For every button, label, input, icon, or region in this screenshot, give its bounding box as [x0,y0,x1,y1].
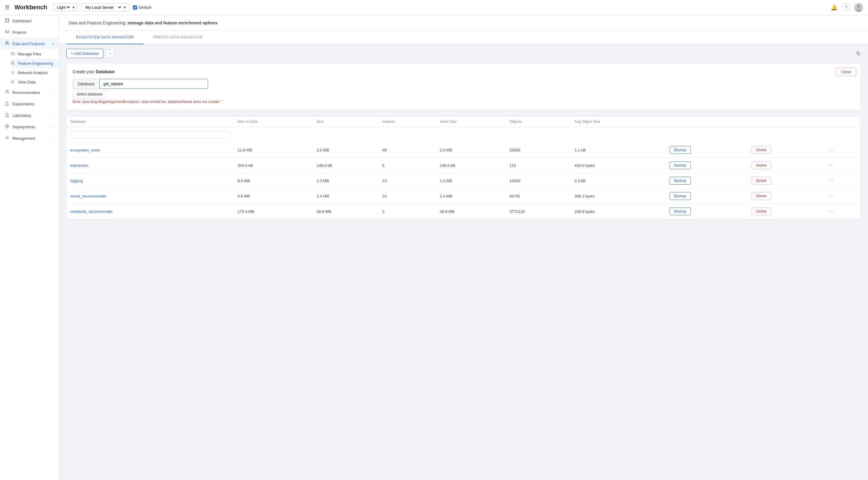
db-link-notebook_recommender[interactable]: notebook_recommender [70,209,113,214]
avatar[interactable] [854,3,863,12]
delete-button[interactable]: Delete [752,162,771,169]
sidebar-item-data-features[interactable]: Data and Features ▾ [0,38,59,49]
db-link-ecosystem_meta[interactable]: ecosystem_meta [70,148,100,152]
backup-button[interactable]: Backup [670,177,691,184]
svg-point-15 [7,115,8,116]
theme-select-input[interactable]: Light Dark [56,5,71,10]
database-name-input[interactable] [99,79,208,89]
delete-button[interactable]: Delete [752,146,771,154]
backup-button[interactable]: Backup [670,146,691,154]
tab-presto[interactable]: PRESTO DATA NAVIGATOR [144,31,213,44]
svg-point-16 [6,137,8,139]
cell-delete-action: Delete [748,158,825,173]
main-content: Data and Feature Engineering: manage dat… [59,15,868,480]
svg-point-13 [12,81,13,82]
cell-delete-action: Delete [748,188,825,204]
table-row: logging 8.6 MB 1.3 MB 13 1.3 MB 14043 2.… [67,173,861,188]
backup-button[interactable]: Backup [670,192,691,200]
refresh-icon: ↻ [856,50,861,57]
cell-size: 1.3 MB [313,173,378,188]
col-header-avg-obj-size: Avg Object Size [571,116,666,127]
projects-icon [5,30,9,35]
form-title: Create your Database [73,69,855,74]
delete-button[interactable]: Delete [752,207,771,215]
cell-db-name: notebook_recommender [67,204,234,219]
deployments-chevron-icon: ‹ [53,125,54,129]
experiments-icon [5,101,9,107]
server-select-input[interactable]: My Local Server [84,5,122,10]
svg-rect-5 [7,21,9,22]
refresh-button[interactable]: ↻ [856,50,861,57]
cell-indexes: 10 [378,188,436,204]
server-selector[interactable]: My Local Server ▾ [81,3,129,11]
notification-button[interactable]: 🔔 [830,3,838,12]
sidebar-label-management: Management [12,136,50,141]
more-button[interactable]: ··· [829,147,834,153]
svg-point-0 [857,4,861,8]
notification-icon: 🔔 [831,4,837,10]
theme-selector[interactable]: Light Dark ▾ [53,3,78,11]
cell-size-on-disk: 11.8 MB [234,142,313,158]
cell-objects: 14043 [506,173,571,188]
header: ☰ Workbench Light Dark ▾ My Local Server… [0,0,868,15]
deployments-icon [5,124,9,130]
sidebar-item-management[interactable]: Management ‹ [0,133,59,144]
sidebar-item-network-analysis[interactable]: Network Analysis [11,68,59,77]
backup-button[interactable]: Backup [670,207,691,215]
cell-size-on-disk: 8.6 MB [234,173,313,188]
backup-button[interactable]: Backup [670,162,691,169]
more-button[interactable]: ··· [829,163,834,168]
svg-rect-3 [7,19,9,20]
management-chevron-icon: ‹ [53,136,54,140]
db-link-interaction[interactable]: interaction [70,163,88,168]
help-button[interactable]: ? [842,3,850,12]
sidebar-item-laboratory[interactable]: Laboratory ‹ [0,110,59,121]
more-button[interactable]: ··· [829,178,834,183]
svg-rect-9 [9,30,9,33]
remove-button[interactable]: − [106,49,114,58]
cell-index-size: 148.0 kB [436,158,506,173]
database-type-button[interactable]: Database [73,79,99,89]
db-link-logging[interactable]: logging [70,179,83,183]
cell-db-name: ecosystem_meta [67,142,234,158]
svg-rect-11 [11,53,14,55]
cell-avg-obj-size: 2.3 kB [571,173,666,188]
sidebar-item-projects[interactable]: Projects [0,27,59,38]
cell-indexes: 48 [378,142,436,158]
table-row: mood_recommender 6.6 MB 2.4 MB 10 2.4 MB… [67,188,861,204]
sidebar-item-dashboard[interactable]: Dashboard [0,15,59,27]
sidebar-label-recommenders: Recommenders [12,90,50,95]
more-button[interactable]: ··· [829,193,834,199]
cell-size-on-disk: 304.0 kB [234,158,313,173]
db-link-mood_recommender[interactable]: mood_recommender [70,194,106,199]
sidebar-label-data-features: Data and Features [12,41,49,46]
sidebar-label-feature-engineering: Feature Engineering [18,61,54,66]
sidebar-item-recommenders[interactable]: Recommenders ‹ [0,87,59,98]
sidebar-label-dashboard: Dashboard [12,19,54,23]
sidebar-item-deployments[interactable]: Deployments ‹ [0,121,59,133]
svg-rect-4 [5,21,7,22]
sidebar-item-view-data[interactable]: View Data [11,77,59,87]
cell-backup-action: Backup [666,204,748,219]
table-filter-row [67,127,861,142]
delete-button[interactable]: Delete [752,177,771,184]
svg-rect-6 [5,31,6,33]
sidebar-item-experiments[interactable]: Experiments ‹ [0,98,59,110]
table-row: notebook_recommender 175.4 MB 39.8 MB 2 … [67,204,861,219]
delete-button[interactable]: Delete [752,192,771,200]
close-button[interactable]: Close [836,67,856,76]
sidebar-item-manage-files[interactable]: Manage Files [11,49,59,59]
menu-icon[interactable]: ☰ [5,4,10,11]
cell-indexes: 2 [378,204,436,219]
more-button[interactable]: ··· [829,209,834,214]
sidebar-item-feature-engineering[interactable]: Feature Engineering [11,59,59,68]
default-checkbox[interactable] [133,5,137,10]
cell-backup-action: Backup [666,188,748,204]
recommenders-chevron-icon: ‹ [53,91,54,94]
cell-size: 2.4 MB [313,188,378,204]
tab-ecosystem[interactable]: ECOSYSTEM DATA NAVIGATOR [66,31,144,44]
tabs-container: ECOSYSTEM DATA NAVIGATOR PRESTO DATA NAV… [59,31,868,44]
database-filter-input[interactable] [70,131,230,139]
add-database-button[interactable]: + Add Database [66,49,103,58]
cell-size: 39.8 MB [313,204,378,219]
